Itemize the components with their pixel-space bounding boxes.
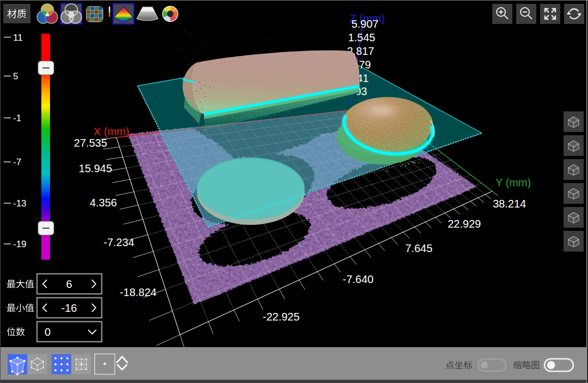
svg-text:-16: -16 bbox=[61, 302, 77, 314]
svg-text:Y (mm): Y (mm) bbox=[496, 177, 531, 189]
svg-text:-7.234: -7.234 bbox=[103, 236, 134, 248]
svg-text:38.214: 38.214 bbox=[493, 198, 526, 210]
svg-text:27.535: 27.535 bbox=[74, 137, 107, 149]
svg-text:-18.824: -18.824 bbox=[120, 286, 157, 298]
svg-text:15.945: 15.945 bbox=[79, 162, 112, 174]
svg-text:6: 6 bbox=[66, 278, 72, 290]
svg-text:11: 11 bbox=[13, 33, 23, 43]
svg-text:-7: -7 bbox=[13, 157, 21, 167]
svg-text:-13: -13 bbox=[13, 198, 27, 209]
svg-text:5: 5 bbox=[13, 71, 18, 81]
svg-text:7.645: 7.645 bbox=[405, 242, 432, 254]
svg-text:-7.640: -7.640 bbox=[343, 273, 374, 285]
svg-text:-22.925: -22.925 bbox=[263, 311, 300, 323]
svg-text:1.545: 1.545 bbox=[348, 32, 375, 43]
svg-text:X (mm): X (mm) bbox=[94, 125, 129, 137]
svg-text:22.929: 22.929 bbox=[448, 218, 481, 230]
svg-text:-1: -1 bbox=[13, 113, 21, 123]
svg-text:5.907: 5.907 bbox=[351, 18, 379, 30]
svg-text:0: 0 bbox=[45, 326, 51, 338]
svg-text:4.356: 4.356 bbox=[90, 197, 117, 209]
svg-text:-19: -19 bbox=[13, 239, 27, 249]
